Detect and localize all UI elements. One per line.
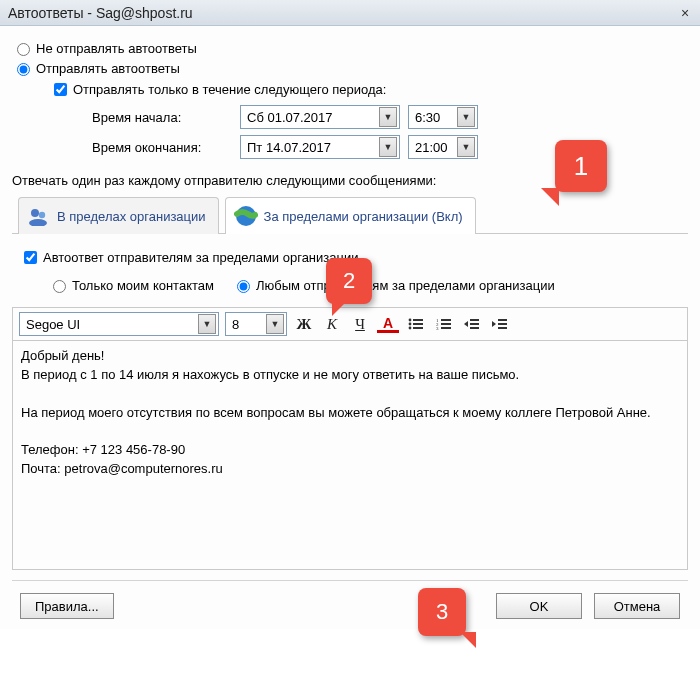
start-time-field[interactable]: 6:30 ▼ — [408, 105, 478, 129]
radio-no-send-label: Не отправлять автоответы — [36, 41, 197, 56]
indent-icon[interactable] — [489, 313, 511, 335]
cancel-button[interactable]: Отмена — [594, 593, 680, 619]
svg-rect-18 — [470, 323, 479, 325]
svg-rect-9 — [413, 327, 423, 329]
svg-rect-22 — [498, 323, 507, 325]
period-checkbox[interactable] — [54, 83, 67, 96]
svg-rect-5 — [413, 319, 423, 321]
tabs: В пределах организации За пределами орга… — [12, 196, 688, 234]
font-size-value: 8 — [232, 317, 239, 332]
svg-point-2 — [29, 219, 47, 226]
tab-outside[interactable]: За пределами организации (Вкл) — [225, 197, 476, 234]
radio-send-label: Отправлять автоответы — [36, 61, 180, 76]
annotation-1: 1 — [555, 140, 607, 192]
period-start-label: Время начала: — [92, 110, 232, 125]
globe-icon — [234, 204, 258, 228]
end-date-field[interactable]: Пт 14.07.2017 ▼ — [240, 135, 400, 159]
annotation-3: 3 — [418, 588, 466, 636]
annotation-2: 2 — [326, 258, 372, 304]
ok-button[interactable]: OK — [496, 593, 582, 619]
underline-button[interactable]: Ч — [349, 313, 371, 335]
svg-point-0 — [31, 209, 39, 217]
button-bar: Правила... OK Отмена — [12, 581, 688, 621]
tab-inside[interactable]: В пределах организации — [18, 197, 219, 234]
svg-rect-15 — [441, 327, 451, 329]
close-icon[interactable]: × — [676, 4, 694, 22]
period-start-row: Время начала: Сб 01.07.2017 ▼ 6:30 ▼ — [92, 105, 688, 129]
tab-outside-label: За пределами организации (Вкл) — [264, 209, 463, 224]
start-date-field[interactable]: Сб 01.07.2017 ▼ — [240, 105, 400, 129]
titlebar: Автоответы - Sag@shpost.ru × — [0, 0, 700, 26]
font-size-select[interactable]: 8 ▼ — [225, 312, 287, 336]
radio-any-sender[interactable] — [237, 280, 250, 293]
radio-send-row: Отправлять автоответы — [12, 60, 688, 76]
svg-text:3: 3 — [436, 326, 439, 331]
dialog-content: Не отправлять автоответы Отправлять авто… — [0, 26, 700, 629]
outdent-icon[interactable] — [461, 313, 483, 335]
svg-marker-16 — [464, 321, 468, 327]
svg-rect-21 — [498, 319, 507, 321]
period-end-label: Время окончания: — [92, 140, 232, 155]
editor-toolbar: Segoe UI ▼ 8 ▼ Ж К Ч A 123 — [12, 307, 688, 340]
radio-no-send-row: Не отправлять автоответы — [12, 40, 688, 56]
chevron-down-icon[interactable]: ▼ — [266, 314, 284, 334]
svg-point-6 — [409, 323, 412, 326]
start-time-value: 6:30 — [415, 110, 440, 125]
rules-button[interactable]: Правила... — [20, 593, 114, 619]
end-time-value: 21:00 — [415, 140, 448, 155]
radio-only-contacts-label: Только моим контактам — [72, 278, 214, 293]
svg-rect-11 — [441, 319, 451, 321]
radio-send[interactable] — [17, 63, 30, 76]
bullet-list-icon[interactable] — [405, 313, 427, 335]
font-color-button[interactable]: A — [377, 315, 399, 333]
radio-any-sender-row: Любым отправителям за пределами организа… — [232, 277, 555, 293]
svg-point-1 — [39, 212, 45, 218]
radio-any-sender-label: Любым отправителям за пределами организа… — [256, 278, 555, 293]
svg-point-8 — [409, 327, 412, 330]
svg-point-4 — [409, 319, 412, 322]
outside-checkbox[interactable] — [24, 251, 37, 264]
font-family-value: Segoe UI — [26, 317, 80, 332]
radio-no-send[interactable] — [17, 43, 30, 56]
chevron-down-icon[interactable]: ▼ — [198, 314, 216, 334]
radio-only-contacts-row: Только моим контактам — [48, 277, 214, 293]
bold-button[interactable]: Ж — [293, 313, 315, 335]
end-time-field[interactable]: 21:00 ▼ — [408, 135, 478, 159]
period-checkbox-label: Отправлять только в течение следующего п… — [73, 82, 386, 97]
period-checkbox-row: Отправлять только в течение следующего п… — [50, 80, 688, 99]
chevron-down-icon[interactable]: ▼ — [457, 107, 475, 127]
italic-button[interactable]: К — [321, 313, 343, 335]
svg-rect-13 — [441, 323, 451, 325]
svg-rect-23 — [498, 327, 507, 329]
chevron-down-icon[interactable]: ▼ — [379, 107, 397, 127]
end-date-value: Пт 14.07.2017 — [247, 140, 331, 155]
tab-inside-label: В пределах организации — [57, 209, 206, 224]
svg-rect-19 — [470, 327, 479, 329]
radio-only-contacts[interactable] — [53, 280, 66, 293]
message-editor[interactable]: Добрый день! В период с 1 по 14 июля я н… — [12, 340, 688, 570]
outside-checkbox-label: Автоответ отправителям за пределами орга… — [43, 250, 358, 265]
window-title: Автоответы - Sag@shpost.ru — [8, 5, 193, 21]
svg-rect-7 — [413, 323, 423, 325]
chevron-down-icon[interactable]: ▼ — [379, 137, 397, 157]
start-date-value: Сб 01.07.2017 — [247, 110, 333, 125]
svg-rect-17 — [470, 319, 479, 321]
font-family-select[interactable]: Segoe UI ▼ — [19, 312, 219, 336]
people-icon — [27, 204, 51, 228]
numbered-list-icon[interactable]: 123 — [433, 313, 455, 335]
chevron-down-icon[interactable]: ▼ — [457, 137, 475, 157]
svg-marker-20 — [492, 321, 496, 327]
